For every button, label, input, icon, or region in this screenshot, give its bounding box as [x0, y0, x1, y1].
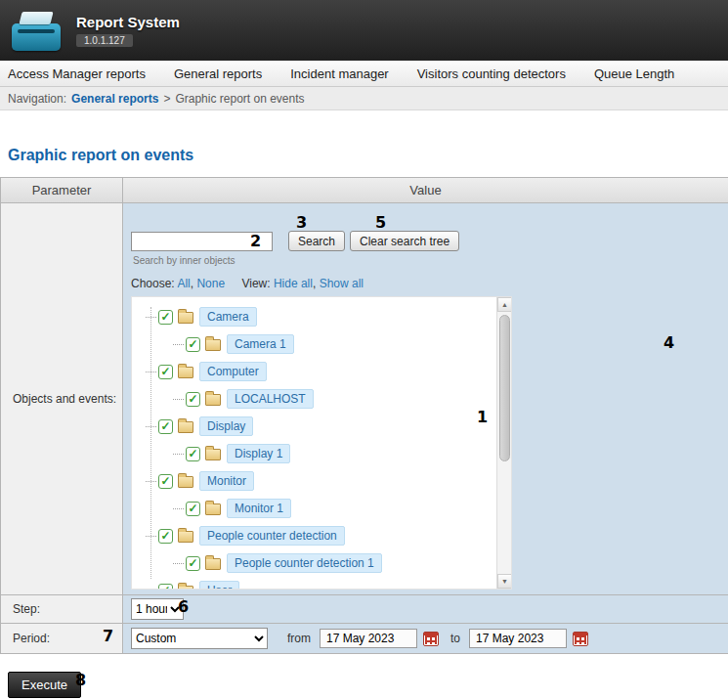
checkbox-checked-icon[interactable]: ✓ — [158, 529, 173, 544]
menu-item[interactable]: Incident manager — [290, 66, 388, 81]
period-mode-select[interactable]: Custom — [131, 628, 268, 649]
scroll-up-button[interactable]: ▲ — [497, 297, 512, 312]
tree-item: ✓ People counter detection — [132, 522, 511, 549]
breadcrumb-current: Graphic report on events — [175, 92, 304, 106]
objects-tree: ✓ Camera ✓ Camera 1 — [132, 297, 511, 590]
value-column-header: Value — [123, 178, 728, 202]
step-select[interactable]: 1 hour — [131, 598, 184, 620]
tree-item: ✓ Computer — [132, 358, 511, 385]
comma-separator: , — [191, 277, 193, 290]
step-row-value: 1 hour — [123, 595, 728, 623]
from-label: from — [287, 632, 311, 645]
breadcrumb: Navigation: General reports > Graphic re… — [0, 87, 728, 110]
tree-item: ✓ Camera — [132, 303, 511, 330]
clear-search-tree-button[interactable]: Clear search tree — [350, 231, 459, 251]
tree-item: ✓ User — [132, 577, 511, 590]
app-header: Report System 1.0.1.127 — [0, 0, 728, 61]
folder-icon — [205, 449, 221, 460]
tree-item: ✓ People counter detection 1 — [132, 549, 511, 577]
menu-item[interactable]: Queue Length — [594, 66, 674, 81]
search-hint: Search by inner objects — [133, 255, 728, 266]
logo-paper-shape — [19, 12, 53, 24]
tree-connector — [173, 508, 184, 509]
checkbox-checked-icon[interactable]: ✓ — [158, 310, 173, 325]
tree-item-label[interactable]: Monitor 1 — [227, 499, 291, 518]
from-date-input[interactable] — [320, 629, 417, 648]
tree-item-label[interactable]: User — [199, 581, 239, 590]
checkbox-checked-icon[interactable]: ✓ — [186, 392, 200, 407]
search-line: Search Clear search tree — [131, 231, 728, 251]
logo-slot-shape — [18, 29, 55, 33]
menu-item[interactable]: Visitors counting detectors — [417, 66, 566, 81]
tree-item-label[interactable]: Monitor — [199, 471, 254, 491]
tree-item: ✓ Camera 1 — [132, 330, 511, 358]
tree-item-label[interactable]: Camera 1 — [227, 334, 294, 354]
choose-all-link[interactable]: All — [177, 277, 190, 290]
tree-item-label[interactable]: People counter detection — [199, 526, 345, 546]
objects-and-events-row: Objects and events: Search Clear search … — [1, 203, 728, 595]
from-calendar-icon[interactable] — [423, 632, 439, 646]
page-title: Graphic report on events — [8, 147, 728, 164]
tree-item: ✓ Monitor — [132, 467, 511, 495]
checkbox-checked-icon[interactable]: ✓ — [158, 474, 173, 489]
tree-item-label[interactable]: People counter detection 1 — [227, 553, 382, 573]
step-row-label: Step: — [1, 595, 123, 623]
checkbox-checked-icon[interactable]: ✓ — [186, 556, 200, 571]
breadcrumb-prefix: Navigation: — [8, 92, 66, 106]
tree-item-label[interactable]: LOCALHOST — [227, 389, 314, 409]
checkbox-checked-icon[interactable]: ✓ — [186, 502, 200, 516]
choose-none-link[interactable]: None — [196, 277, 225, 290]
logo-base-shape — [12, 23, 61, 51]
app-title: Report System — [76, 14, 180, 30]
checkbox-checked-icon[interactable]: ✓ — [158, 584, 173, 591]
checkbox-checked-icon[interactable]: ✓ — [158, 365, 173, 379]
tree-item-label[interactable]: Display — [199, 416, 253, 436]
breadcrumb-link-general-reports[interactable]: General reports — [71, 92, 158, 106]
folder-icon — [205, 339, 221, 351]
tree-item: ✓ Monitor 1 — [132, 495, 511, 522]
checkbox-checked-icon[interactable]: ✓ — [186, 447, 200, 461]
folder-icon — [178, 586, 193, 590]
scrollbar-thumb[interactable] — [499, 315, 510, 461]
search-input[interactable] — [131, 232, 273, 251]
choose-label: Choose: — [131, 277, 175, 290]
step-row: Step: 1 hour — [1, 595, 728, 624]
tree-connector — [146, 426, 156, 427]
menu-item[interactable]: Access Manager reports — [8, 66, 146, 81]
tree-connector — [173, 563, 184, 564]
comma-separator: , — [313, 277, 316, 290]
objects-row-label: Objects and events: — [1, 203, 123, 594]
tree-connector — [146, 536, 156, 537]
checkbox-checked-icon[interactable]: ✓ — [158, 419, 173, 434]
parameter-column-header: Parameter — [1, 178, 123, 202]
tree-connector — [146, 317, 156, 318]
tree-scrollbar[interactable]: ▲ ▼ — [496, 297, 511, 589]
objects-tree-panel: ✓ Camera ✓ Camera 1 — [131, 296, 512, 590]
menu-item[interactable]: General reports — [174, 66, 262, 81]
app-version-badge: 1.0.1.127 — [76, 34, 133, 47]
objects-row-value: Search Clear search tree Search by inner… — [123, 203, 728, 594]
tree-item: ✓ LOCALHOST — [132, 385, 511, 413]
period-row: Period: Custom from to — [1, 624, 728, 653]
view-show-all-link[interactable]: Show all — [320, 277, 364, 290]
view-hide-all-link[interactable]: Hide all — [274, 277, 313, 290]
view-label: View: — [241, 277, 270, 290]
execute-button[interactable]: Execute — [8, 672, 81, 698]
tree-connector — [173, 399, 184, 400]
tree-item-label[interactable]: Display 1 — [227, 444, 290, 463]
folder-icon — [205, 394, 221, 406]
scroll-down-button[interactable]: ▼ — [497, 574, 512, 589]
tree-connector — [146, 372, 156, 372]
tree-item: ✓ Display — [132, 413, 511, 440]
checkbox-checked-icon[interactable]: ✓ — [186, 337, 200, 352]
main-menu: Access Manager reports General reports I… — [0, 61, 728, 87]
period-row-value: Custom from to — [123, 624, 728, 653]
to-date-input[interactable] — [469, 629, 567, 648]
folder-icon — [205, 503, 221, 515]
table-header-row: Parameter Value — [1, 178, 728, 203]
tree-item-label[interactable]: Camera — [199, 307, 257, 327]
search-button[interactable]: Search — [288, 231, 345, 251]
to-calendar-icon[interactable] — [573, 632, 588, 646]
tree-connector — [173, 344, 184, 345]
tree-item-label[interactable]: Computer — [199, 362, 267, 381]
